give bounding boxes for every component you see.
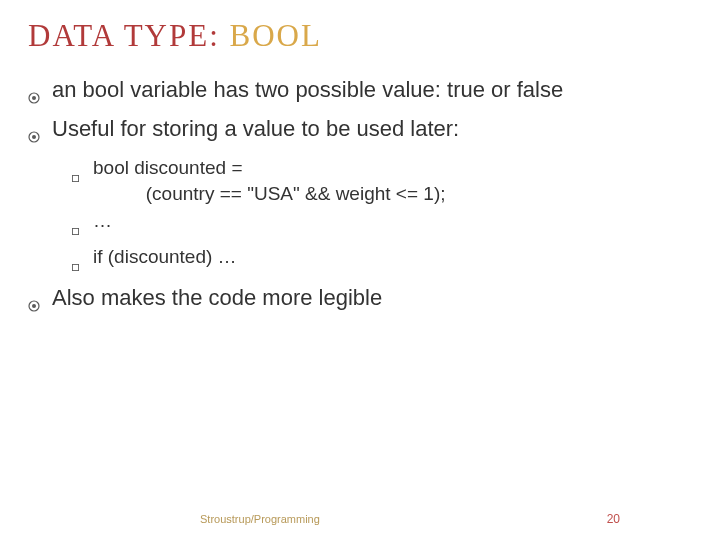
title-yellow-part: BOOL (230, 18, 322, 53)
square-bullet-icon (72, 216, 87, 242)
svg-point-1 (32, 96, 36, 100)
sub-bullet-list: bool discounted = (country == "USA" && w… (72, 155, 692, 278)
title-sep (220, 18, 230, 53)
svg-rect-4 (72, 175, 78, 181)
bullet-text: Also makes the code more legible (52, 284, 692, 312)
bullet-item: Also makes the code more legible (28, 284, 692, 319)
svg-point-3 (32, 135, 36, 139)
sub-bullet-text: … (93, 208, 692, 234)
slide-title: DATA TYPE: BOOL (28, 18, 692, 54)
circle-dot-bullet-icon (28, 291, 46, 319)
circle-dot-bullet-icon (28, 122, 46, 150)
square-bullet-icon (72, 163, 87, 189)
bullet-text: Useful for storing a value to be used la… (52, 115, 692, 143)
slide-body: DATA TYPE: BOOL an bool variable has two… (0, 0, 720, 318)
footer-attribution: Stroustrup/Programming (200, 513, 320, 525)
sub-bullet-item: if (discounted) … (72, 244, 692, 278)
sub-bullet-item: bool discounted = (country == "USA" && w… (72, 155, 692, 206)
bullet-text: an bool variable has two possible value:… (52, 76, 692, 104)
bullet-item: an bool variable has two possible value:… (28, 76, 692, 111)
circle-dot-bullet-icon (28, 83, 46, 111)
bullet-item: Useful for storing a value to be used la… (28, 115, 692, 150)
square-bullet-icon (72, 252, 87, 278)
svg-rect-5 (72, 229, 78, 235)
sub-bullet-item: … (72, 208, 692, 242)
svg-rect-6 (72, 264, 78, 270)
sub-bullet-text: bool discounted = (country == "USA" && w… (93, 155, 692, 206)
title-red-part: DATA TYPE: (28, 18, 220, 53)
footer-page-number: 20 (607, 512, 620, 526)
slide-footer: Stroustrup/Programming 20 (0, 512, 720, 526)
content-area: an bool variable has two possible value:… (28, 76, 692, 318)
sub-bullet-text: if (discounted) … (93, 244, 692, 270)
svg-point-8 (32, 304, 36, 308)
